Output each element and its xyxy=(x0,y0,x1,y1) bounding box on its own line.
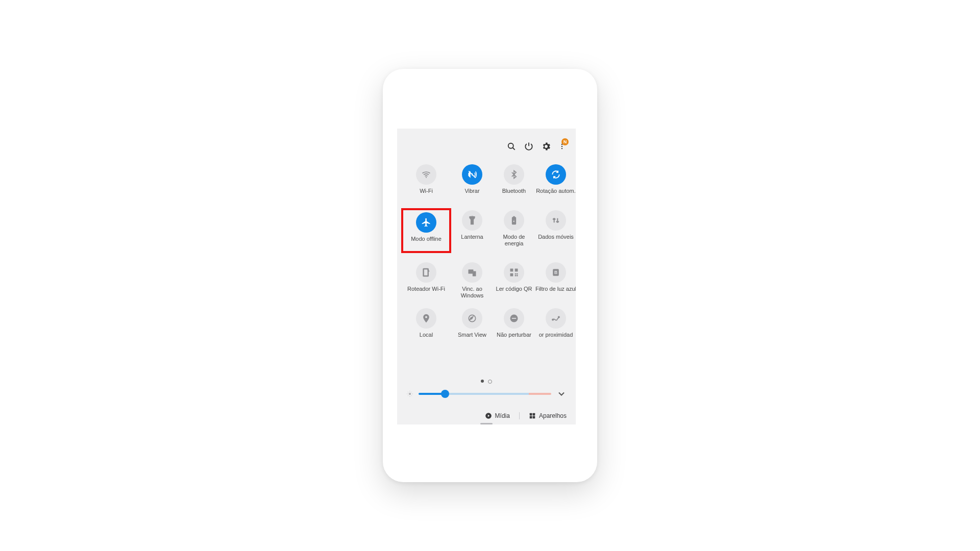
tile-label: Roteador Wi-Fi xyxy=(407,286,445,299)
svg-rect-10 xyxy=(510,273,513,277)
windows-link-icon[interactable] xyxy=(462,262,482,283)
phone-screen: N Wi-Fi Vibrar Bluetooth xyxy=(397,82,576,462)
rotate-icon[interactable] xyxy=(546,164,566,185)
svg-rect-11 xyxy=(515,273,517,275)
svg-point-22 xyxy=(409,393,411,395)
brightness-icon xyxy=(406,390,413,397)
tile-qr[interactable]: Ler código QR xyxy=(493,262,535,299)
svg-line-29 xyxy=(408,395,408,396)
svg-text:B: B xyxy=(554,270,557,275)
chevron-down-icon[interactable] xyxy=(556,389,567,399)
tile-mobile-data[interactable]: Dados móveis xyxy=(535,210,576,253)
page-indicator xyxy=(397,380,576,384)
svg-rect-8 xyxy=(510,269,513,272)
wifi-icon[interactable] xyxy=(416,164,436,185)
tile-bluetooth[interactable]: Bluetooth xyxy=(493,164,535,201)
svg-point-20 xyxy=(552,319,554,321)
tile-wifi[interactable]: Wi-Fi xyxy=(405,164,447,201)
battery-icon[interactable] xyxy=(504,210,524,231)
tile-label: Ler código QR xyxy=(496,286,532,299)
tile-rotation[interactable]: Rotação autom. xyxy=(535,164,576,201)
tiles-grid: Wi-Fi Vibrar Bluetooth Rotação autom. xyxy=(401,164,572,345)
quick-settings-panel: N Wi-Fi Vibrar Bluetooth xyxy=(397,129,576,424)
play-icon xyxy=(485,412,492,419)
svg-rect-13 xyxy=(517,273,518,275)
svg-rect-34 xyxy=(530,416,532,419)
tile-label: Lanterna xyxy=(461,234,483,247)
search-icon[interactable] xyxy=(506,141,517,152)
svg-rect-7 xyxy=(473,271,476,277)
data-icon[interactable] xyxy=(546,210,566,231)
blue-light-icon[interactable]: B xyxy=(546,262,566,283)
devices-label: Aparelhos xyxy=(539,412,567,419)
tile-flashlight[interactable]: Lanterna xyxy=(451,210,493,253)
vibrate-icon[interactable] xyxy=(462,164,482,185)
tile-power-save[interactable]: Modo de energia xyxy=(493,210,535,253)
svg-rect-35 xyxy=(533,416,535,419)
devices-button[interactable]: Aparelhos xyxy=(529,412,567,419)
page-dot[interactable] xyxy=(488,380,492,384)
tile-smart-view[interactable]: Smart View xyxy=(451,308,493,345)
tile-link-windows[interactable]: Vinc. ao Windows xyxy=(451,262,493,299)
brightness-thumb[interactable] xyxy=(441,390,449,398)
bluetooth-icon[interactable] xyxy=(504,164,524,185)
page-dot-active xyxy=(481,380,484,383)
tile-location[interactable]: Local xyxy=(405,308,447,345)
tile-blue-light[interactable]: B Filtro de luz azul xyxy=(535,262,576,299)
grid-icon xyxy=(529,412,536,419)
location-icon[interactable] xyxy=(416,308,436,329)
tile-dnd[interactable]: Não perturbar xyxy=(493,308,535,345)
power-icon[interactable] xyxy=(524,141,534,152)
tile-label: Filtro de luz azul xyxy=(535,286,576,299)
notification-badge: N xyxy=(561,138,569,145)
svg-point-3 xyxy=(561,146,562,147)
tile-label: Modo offline xyxy=(411,236,442,249)
nearby-icon[interactable] xyxy=(546,308,566,329)
tile-nearby[interactable]: or proximidad xyxy=(535,308,576,345)
qr-icon[interactable] xyxy=(504,262,524,283)
media-label: Mídia xyxy=(495,412,510,419)
svg-rect-14 xyxy=(515,275,517,277)
svg-point-5 xyxy=(426,177,427,178)
svg-line-1 xyxy=(513,148,515,150)
stage: N Wi-Fi Vibrar Bluetooth xyxy=(0,0,980,551)
panel-footer: Mídia Aparelhos xyxy=(485,412,567,419)
drag-handle[interactable] xyxy=(480,423,493,424)
flashlight-icon[interactable] xyxy=(462,210,482,231)
tile-label: Modo de energia xyxy=(493,234,535,247)
tile-label: Vinc. ao Windows xyxy=(451,286,493,299)
tile-label: Dados móveis xyxy=(538,234,574,247)
smart-view-icon[interactable] xyxy=(462,308,482,329)
footer-divider xyxy=(519,412,520,419)
tile-hotspot[interactable]: Roteador Wi-Fi xyxy=(405,262,447,299)
svg-point-0 xyxy=(508,143,513,148)
tile-label: Smart View xyxy=(458,332,486,345)
brightness-row xyxy=(406,388,567,400)
svg-line-27 xyxy=(408,392,408,392)
media-button[interactable]: Mídia xyxy=(485,412,510,419)
brightness-slider[interactable] xyxy=(419,393,551,395)
tile-label: Bluetooth xyxy=(502,188,526,201)
tile-vibrate[interactable]: Vibrar xyxy=(451,164,493,201)
svg-line-30 xyxy=(411,392,412,392)
svg-point-4 xyxy=(561,148,562,149)
tile-label: Rotação autom. xyxy=(536,188,576,201)
tile-airplane[interactable]: Modo offline xyxy=(401,208,451,253)
svg-rect-9 xyxy=(515,269,518,272)
tile-label: Não perturbar xyxy=(497,332,531,345)
more-icon[interactable]: N xyxy=(558,141,566,152)
airplane-icon[interactable] xyxy=(416,212,436,233)
gear-icon[interactable] xyxy=(541,141,551,152)
tile-label: Vibrar xyxy=(464,188,479,201)
svg-line-28 xyxy=(411,395,412,396)
svg-rect-19 xyxy=(512,318,516,319)
tile-label: Local xyxy=(420,332,433,345)
dnd-icon[interactable] xyxy=(504,308,524,329)
svg-rect-12 xyxy=(517,275,518,277)
panel-action-row: N xyxy=(506,139,566,154)
phone-frame: N Wi-Fi Vibrar Bluetooth xyxy=(383,69,597,482)
hotspot-icon[interactable] xyxy=(416,262,436,283)
tile-label: or proximidad xyxy=(539,332,573,345)
svg-point-21 xyxy=(558,317,560,318)
tile-label: Wi-Fi xyxy=(420,188,433,201)
